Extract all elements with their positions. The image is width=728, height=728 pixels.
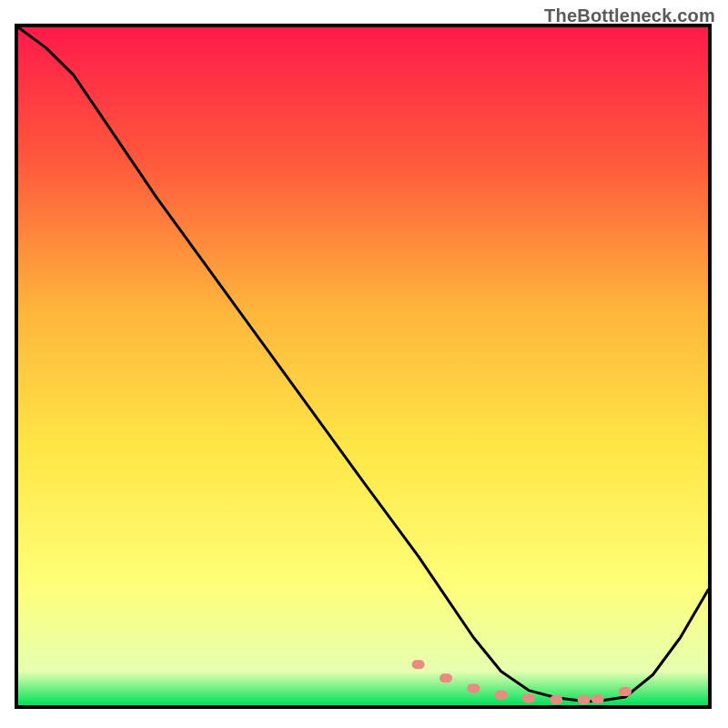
bottleneck-chart xyxy=(0,0,728,728)
curve-marker xyxy=(440,673,452,682)
curve-marker xyxy=(578,695,591,704)
curve-marker xyxy=(495,691,508,700)
curve-marker xyxy=(550,695,562,704)
curve-marker xyxy=(619,687,632,696)
curve-marker xyxy=(522,694,535,703)
curve-marker xyxy=(467,683,480,693)
curve-marker xyxy=(412,660,425,669)
curve-marker xyxy=(592,694,604,703)
watermark-text: TheBottleneck.com xyxy=(544,5,715,26)
gradient-background xyxy=(18,27,708,705)
